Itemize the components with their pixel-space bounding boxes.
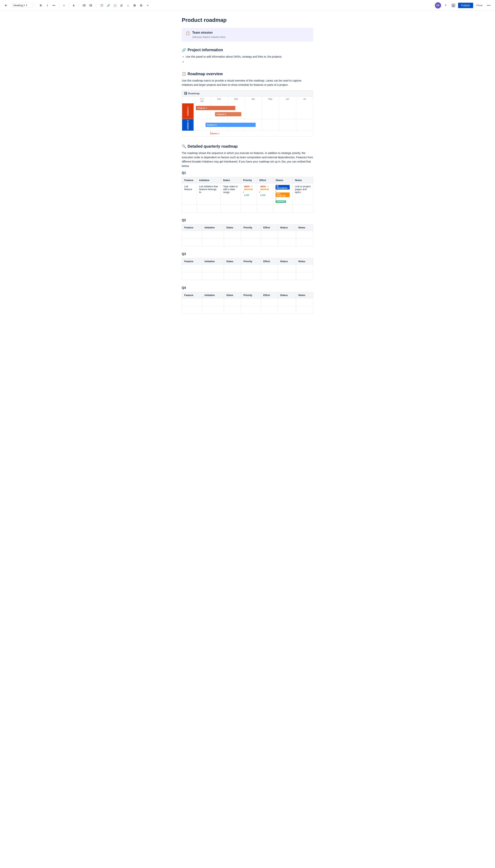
col-status: Status [273, 177, 293, 183]
align-button[interactable]: ≡ [62, 2, 66, 8]
svg-point-6 [83, 6, 83, 6]
add-collaborator-button[interactable]: + [443, 2, 449, 8]
table-row[interactable] [182, 306, 313, 314]
cell-initiative[interactable]: List initiative that feature belongs to [197, 183, 221, 205]
table-row[interactable] [182, 272, 313, 280]
col-priority: Priority [241, 258, 261, 265]
table-row[interactable]: List feature List initiative that featur… [182, 183, 313, 205]
list-item[interactable]: Use this panel to add information about … [186, 54, 313, 59]
col-priority: Priority [241, 225, 261, 231]
q4-table: Feature Initiative Dates Priority Effort… [182, 292, 313, 314]
detailed-roadmap-title[interactable]: Detailed quarterly roadmap [188, 144, 238, 148]
col-dates: Dates [224, 258, 241, 265]
emoji-button[interactable]: ☺ [125, 2, 131, 8]
cell-empty[interactable] [182, 205, 197, 212]
status-shipped: SHIPPED [275, 200, 286, 203]
cell-effort[interactable]: HIGH / MEDIUM / LOW [257, 183, 273, 205]
link-button[interactable]: 🔗 [105, 2, 112, 8]
table-row[interactable] [182, 238, 313, 246]
cell-dates[interactable]: Type /date to add a date range [221, 183, 241, 205]
chart-month-jul: Jul [296, 96, 313, 103]
feature-bar-3[interactable]: Feature 3 [206, 123, 256, 127]
col-initiative: Initiative [197, 177, 221, 183]
cell-empty[interactable] [293, 205, 313, 212]
avatar[interactable]: CK [435, 2, 441, 8]
app-logo[interactable] [3, 3, 8, 8]
text-format-group: B I ••• [38, 2, 57, 8]
effort-low: LOW [259, 194, 266, 196]
panel-placeholder[interactable]: Add your team's mission here. [192, 36, 226, 38]
team-mission-panel: 📋 Team mission Add your team's mission h… [182, 28, 313, 41]
table-header-row: Feature Initiative Dates Priority Effort… [182, 177, 313, 183]
table-row[interactable] [182, 265, 313, 272]
cell-empty[interactable] [221, 205, 241, 212]
list-item[interactable] [186, 59, 313, 64]
marker-row: Marker 1 [193, 131, 313, 136]
col-status: Status [278, 258, 296, 265]
svg-point-4 [83, 5, 83, 5]
cell-feature[interactable]: List feature [182, 183, 197, 205]
table-row-empty[interactable] [182, 205, 313, 212]
chart-month-label: Jun [280, 98, 295, 100]
cell-notes[interactable]: Link to project pages and epics [293, 183, 313, 205]
cell-empty[interactable] [273, 205, 293, 212]
col-dates: Dates [221, 177, 241, 183]
heading-selector[interactable]: Heading 2 ▼ [12, 3, 33, 8]
cell-status[interactable]: IN PROGRESS / NOT STARTED / SHIPPED [273, 183, 293, 205]
table-row[interactable] [182, 298, 313, 306]
more-insert-button[interactable]: + [144, 2, 151, 8]
table-button[interactable]: ⊞ [132, 2, 138, 8]
italic-button[interactable]: I [44, 2, 50, 8]
cell-empty[interactable] [257, 205, 273, 212]
chevron-down-icon: ▼ [25, 4, 28, 6]
chart-month-label: Jan [194, 100, 210, 102]
image-button[interactable]: ⬜ [112, 2, 118, 8]
template-button[interactable] [450, 2, 457, 8]
q2-table: Feature Initiative Dates Priority Effort… [182, 224, 313, 246]
detailed-roadmap-description: The roadmap shows the sequence in which … [182, 151, 313, 168]
project-info-title[interactable]: Project information [188, 48, 223, 52]
svg-rect-19 [453, 6, 454, 6]
feature-bar-1[interactable]: Feature 1 [196, 106, 235, 110]
toolbar-divider-2 [59, 3, 59, 8]
svg-rect-22 [185, 93, 186, 93]
priority-medium: MEDIUM [243, 188, 254, 191]
close-button[interactable]: Close [475, 2, 484, 8]
bold-button[interactable]: B [38, 2, 44, 8]
chart-month-label: May [263, 98, 278, 100]
toolbar-right: CK + Publish Close ••• [435, 2, 492, 8]
roadmap-icon [184, 92, 187, 95]
col-status: Status [278, 225, 296, 231]
bullet-list-button[interactable] [81, 2, 87, 8]
cell-empty[interactable] [197, 205, 221, 212]
roadmap-overview-title[interactable]: Roadmap overview [188, 72, 223, 76]
color-group: A [71, 2, 76, 8]
page-title[interactable]: Product roadmap [182, 17, 313, 23]
svg-rect-16 [454, 4, 455, 5]
chart-month-jan: 2020 Jan [193, 96, 210, 103]
number-list-button[interactable]: 1.2.3. [88, 2, 94, 8]
detailed-roadmap-section: 🔍 Detailed quarterly roadmap The roadmap… [182, 144, 313, 314]
mention-button[interactable]: @ [118, 2, 124, 8]
chart-months-row: 2020 Jan Feb Mar Apr May [193, 96, 313, 103]
more-format-button[interactable]: ••• [51, 2, 57, 8]
q4-section: Q4 Feature Initiative Dates Priority Eff… [182, 286, 313, 314]
column-button[interactable]: ⊟ [138, 2, 144, 8]
page-content: Product roadmap 📋 Team mission Add your … [174, 11, 321, 337]
status-in-progress: IN PROGRESS [275, 185, 290, 190]
panel-title[interactable]: Team mission [192, 31, 226, 34]
cell-priority[interactable]: HIGH / MEDIUM / LOW [241, 183, 257, 205]
chart-month-jun: Jun [279, 96, 296, 103]
feature-bar-2[interactable]: Feature 2 [215, 112, 241, 116]
publish-button[interactable]: Publish [458, 3, 473, 8]
checkbox-button[interactable]: ☐ [99, 2, 105, 8]
col-effort: Effort [261, 258, 278, 265]
cell-empty[interactable] [241, 205, 257, 212]
marker-label: Marker 1 [211, 132, 220, 135]
text-color-button[interactable]: A [71, 2, 76, 8]
q1-section: Q1 Feature Initiative Dates Priority Eff… [182, 171, 313, 212]
overflow-menu-button[interactable]: ••• [486, 2, 492, 8]
svg-rect-3 [84, 4, 85, 5]
table-header-row: Feature Initiative Dates Priority Effort… [182, 258, 313, 265]
table-row[interactable] [182, 231, 313, 238]
